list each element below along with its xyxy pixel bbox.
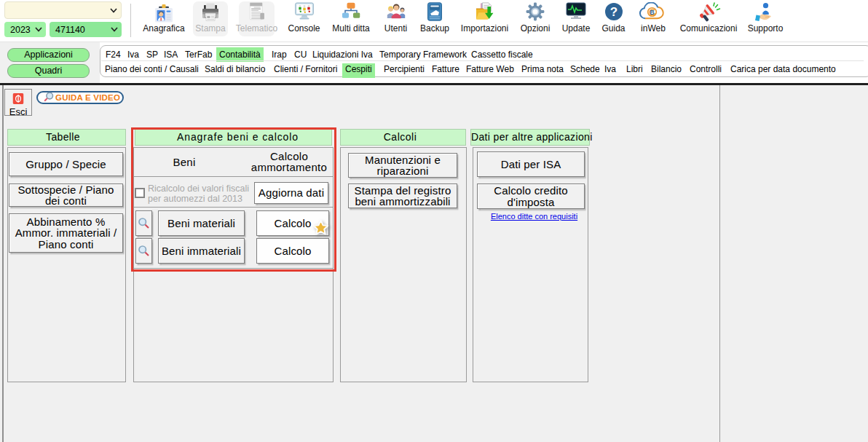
svg-text:B: B: [650, 9, 654, 16]
svg-text:?: ?: [609, 5, 617, 19]
